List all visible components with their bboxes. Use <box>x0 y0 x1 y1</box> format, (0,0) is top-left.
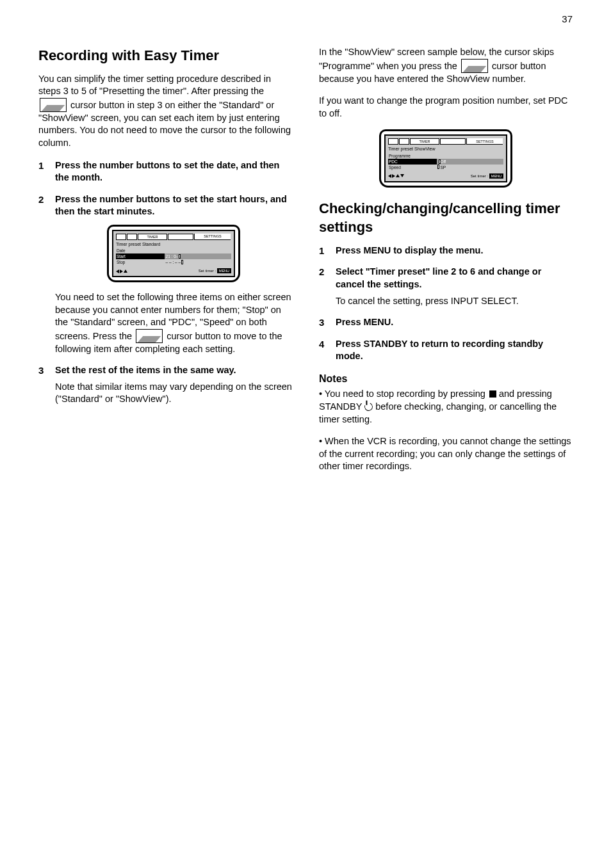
intro-paragraph: You can simplify the timer setting proce… <box>38 73 292 150</box>
step-3-note: Note that similar items may vary dependi… <box>55 381 292 406</box>
step-3-text: Set the rest of the items in the same wa… <box>55 365 236 375</box>
osd-tab <box>127 234 137 240</box>
step-1-text: Press the number buttons to set the date… <box>55 160 279 183</box>
arrow-down-icon <box>400 174 404 177</box>
steps-list: Press the number buttons to set the date… <box>38 159 292 406</box>
checking-steps-list: Press MENU to display the menu. Select "… <box>319 245 573 363</box>
osd-tab: SETTINGS <box>194 234 231 240</box>
osd-row-speed: Speed SP <box>388 165 503 170</box>
osd-tab <box>399 138 409 145</box>
osd-value: – – : – – <box>165 259 231 265</box>
check-step-2-text: Select "Timer preset" line 2 to 6 and ch… <box>336 266 541 289</box>
osd-label: PDC <box>388 159 437 164</box>
osd-footer: Set timer : MENU <box>388 174 503 179</box>
cursor-mark-icon <box>179 254 181 259</box>
step-3: Set the rest of the items in the same wa… <box>38 364 292 406</box>
tv-frame-outer: TIMER SETTINGS Timer preset ShowView Pro… <box>379 129 512 187</box>
right-intro: In the "ShowView" screen sample below, t… <box>319 46 573 85</box>
right-column: In the "ShowView" screen sample below, t… <box>319 46 573 483</box>
heading-easy-timer: Recording with Easy Timer <box>38 46 292 65</box>
osd-stop-time: – – : – – <box>166 260 181 264</box>
check-step-4-text: Press STANDBY to return to recording sta… <box>336 339 543 362</box>
check-step-2: Select "Timer preset" line 2 to 6 and ch… <box>319 266 573 307</box>
osd-tabs: TIMER SETTINGS <box>116 234 231 240</box>
osd-tab <box>116 234 126 240</box>
menu-button-chip: MENU <box>217 268 231 273</box>
osd-label: Programme <box>388 154 437 158</box>
step-2: Press the number buttons to set the star… <box>38 193 292 356</box>
osd-footer: Set timer : MENU <box>116 269 231 273</box>
cursor-right-icon <box>136 329 163 343</box>
osd-tab <box>440 138 466 145</box>
check-step-3: Press MENU. <box>319 316 573 329</box>
cursor-mark-icon <box>181 260 183 264</box>
osd-value: 21 : 0– <box>165 253 231 259</box>
osd-value: Off <box>437 159 503 165</box>
left-column: Recording with Easy Timer You can simpli… <box>38 46 292 483</box>
osd-row-pdc: PDC Off <box>388 159 503 165</box>
osd-label: Start <box>116 254 165 259</box>
osd-tab: SETTINGS <box>466 138 503 145</box>
osd-pdc-value: Off <box>441 159 446 164</box>
cursor-right-icon <box>461 59 488 73</box>
note-2-text: When the VCR is recording, you cannot ch… <box>319 436 571 471</box>
cursor-mark-icon <box>437 165 439 169</box>
arrow-icons <box>116 269 127 273</box>
tv-frame-outer: TIMER SETTINGS Timer preset Standard Dat… <box>107 225 240 282</box>
osd-tab: TIMER <box>410 138 439 145</box>
osd-tab <box>168 234 193 240</box>
arrow-icons <box>388 174 404 178</box>
check-step-3-text: Press MENU. <box>336 317 393 327</box>
standby-icon <box>363 401 374 412</box>
osd-row-start: Start 21 : 0– <box>116 253 231 259</box>
osd-footer-label: Set timer : <box>199 269 216 273</box>
arrow-left-icon <box>116 269 119 273</box>
osd-start-time: 21 : 0– <box>166 254 179 259</box>
step-1: Press the number buttons to set the date… <box>38 159 292 184</box>
osd-tab <box>388 138 398 145</box>
osd-row-date: Date <box>116 248 231 253</box>
intro-pre: You can simplify the timer setting proce… <box>38 74 271 97</box>
arrow-left-icon <box>388 174 391 178</box>
osd-value: SP <box>437 165 446 170</box>
tv-frame-inner: TIMER SETTINGS Timer preset Standard Dat… <box>112 230 235 277</box>
page-content: Recording with Easy Timer You can simpli… <box>0 0 611 483</box>
osd-label: Date <box>116 248 165 253</box>
check-step-1: Press MENU to display the menu. <box>319 245 573 257</box>
osd-row-stop: Stop – – : – – <box>116 259 231 265</box>
osd-title: Timer preset ShowView <box>388 147 503 152</box>
osd-standard: TIMER SETTINGS Timer preset Standard Dat… <box>107 225 240 282</box>
note-2: • When the VCR is recording, you cannot … <box>319 435 573 473</box>
osd-row-programme: Programme <box>388 153 503 159</box>
osd-label: Speed <box>388 165 437 170</box>
notes-heading: Notes <box>319 372 573 386</box>
check-step-2-sub: To cancel the setting, press INPUT SELEC… <box>336 295 573 308</box>
step-2-text: Press the number buttons to set the star… <box>55 194 287 217</box>
osd-tabs: TIMER SETTINGS <box>388 138 503 145</box>
osd-title: Timer preset Standard <box>116 242 231 247</box>
pdc-tip: If you want to change the program positi… <box>319 95 573 120</box>
page-number: 37 <box>562 13 573 26</box>
check-step-1-text: Press MENU to display the menu. <box>336 245 483 255</box>
intro-post: cursor button in step 3 on either the "S… <box>38 100 291 148</box>
step-2-note: You need to set the following three item… <box>55 291 292 355</box>
osd-tab: TIMER <box>138 234 167 240</box>
osd-speed-value: SP <box>440 165 446 170</box>
osd-showview: TIMER SETTINGS Timer preset ShowView Pro… <box>379 129 512 187</box>
osd-label: Stop <box>116 260 165 264</box>
arrow-up-icon <box>124 269 127 273</box>
cursor-right-icon <box>40 98 67 112</box>
arrow-up-icon <box>396 174 400 177</box>
stop-icon <box>489 390 496 398</box>
check-step-4: Press STANDBY to return to recording sta… <box>319 338 573 363</box>
note-1: • You need to stop recording by pressing… <box>319 388 573 426</box>
menu-button-chip: MENU <box>489 173 503 179</box>
arrow-right-icon <box>120 269 123 273</box>
tv-frame-inner: TIMER SETTINGS Timer preset ShowView Pro… <box>384 134 507 182</box>
arrow-right-icon <box>392 174 395 178</box>
note-1a: You need to stop recording by pressing <box>325 389 485 399</box>
osd-footer-label: Set timer : <box>471 174 488 178</box>
heading-checking: Checking/changing/cancelling timer setti… <box>319 199 573 237</box>
